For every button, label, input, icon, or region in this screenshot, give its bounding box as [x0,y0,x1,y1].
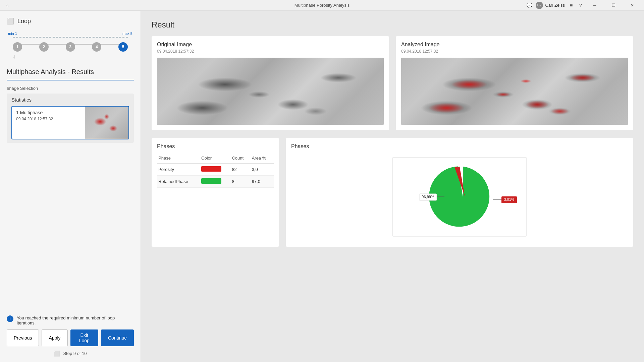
col-header-phase: Phase [157,154,200,164]
step-footer-icon: ⬜ [54,350,60,357]
step-dot-2[interactable]: 2 [39,42,49,52]
step-arrow-icon: ↓ [13,53,16,60]
bottom-row: Phases Phase Color Count Area % Porosity [152,138,633,247]
step-max-label: max 5 [122,32,132,36]
apply-button[interactable]: Apply [42,329,67,346]
original-image-date: 09.04.2018 12:57:32 [157,49,384,54]
image-card-name: 1 Multiphase [16,110,81,115]
minimize-button[interactable]: ─ [587,0,602,11]
phase-name-1: Porosity [157,164,200,176]
image-card[interactable]: 1 Multiphase 09.04.2018 12:57:32 [11,106,129,139]
phases-panel: Phases Phase Color Count Area % Porosity [152,138,279,247]
main-layout: ⬜ Loop min 1 max 5 1 2 3 4 5 [0,11,644,362]
phase-name-2: RetainedPhase [157,176,200,188]
exit-loop-button[interactable]: Exit Loop [70,329,98,346]
step-min-label: min 1 [8,32,17,36]
step-footer-text: Step 9 of 10 [63,351,87,356]
phase-area-2: 97,0 [251,176,274,188]
result-title: Result [152,20,633,29]
titlebar-title: Multiphase Porosity Analysis [294,3,350,8]
info-notice: i You reached the required minimum numbe… [7,310,134,329]
help-icon[interactable]: ? [578,2,584,8]
table-row: RetainedPhase 8 97,0 [157,176,274,188]
step-indicator: min 1 max 5 1 2 3 4 5 ↓ [7,32,134,60]
statistics-title: Statistics [11,97,129,103]
color-swatch-1 [201,166,221,172]
info-icon: i [7,315,13,322]
loop-icon: ⬜ [7,17,14,25]
step-dot-3[interactable]: 3 [66,42,75,52]
image-card-date: 09.04.2018 12:57:32 [16,117,81,121]
info-text: You reached the required minimum number … [17,315,134,325]
image-card-info: 1 Multiphase 09.04.2018 12:57:32 [12,107,85,139]
image-card-thumbnail [85,107,128,139]
step-range-labels: min 1 max 5 [8,32,132,36]
titlebar-right: 💬 CZ Carl Zeiss ≡ ? ─ ❐ ✕ [526,0,640,11]
phase-area-1: 3,0 [251,164,274,176]
step-dot-4[interactable]: 4 [92,42,101,52]
chart-area: 96,99% 3,01% [291,154,628,241]
titlebar: ⌂ Multiphase Porosity Analysis 💬 CZ Carl… [0,0,644,11]
col-header-count: Count [230,154,250,164]
previous-button[interactable]: Previous [7,329,39,346]
image-selection-label: Image Selection [7,86,134,91]
original-image-display [157,58,384,125]
table-row: Porosity 82 3,0 [157,164,274,176]
section-title: Multiphase Analysis - Results [7,68,134,80]
original-image-panel: Original Image 09.04.2018 12:57:32 [152,36,389,130]
red-label-text: 3,01% [504,197,514,201]
chat-icon[interactable]: 💬 [526,2,532,8]
menu-icon[interactable]: ≡ [568,2,574,8]
images-row: Original Image 09.04.2018 12:57:32 Analy… [152,36,633,130]
close-button[interactable]: ✕ [625,0,640,11]
avatar: CZ [536,2,543,9]
color-swatch-2 [201,178,221,184]
phases-table: Phase Color Count Area % Porosity 8 [157,154,274,188]
chart-panel: Phases [286,138,633,247]
home-icon[interactable]: ⌂ [4,2,10,8]
analyzed-image-date: 09.04.2018 12:57:32 [401,49,628,54]
analyzed-image-display [401,58,628,125]
phase-color-2 [200,176,230,188]
restore-button[interactable]: ❐ [606,0,621,11]
green-label-text: 96,99% [422,195,434,199]
loop-header: ⬜ Loop [7,17,134,25]
titlebar-left: ⌂ [4,2,10,8]
pie-chart: 96,99% 3,01% [389,156,530,240]
loop-title: Loop [17,18,31,25]
username: Carl Zeiss [545,3,565,8]
analyzed-image-panel: Analyzed Image 09.04.2018 12:57:32 [396,36,633,130]
step-dot-1[interactable]: 1 [13,42,22,52]
bottom-buttons: Previous Apply Exit Loop Continue [7,329,134,346]
sidebar: ⬜ Loop min 1 max 5 1 2 3 4 5 [0,11,141,362]
col-header-area: Area % [251,154,274,164]
phase-count-1: 82 [230,164,250,176]
continue-button[interactable]: Continue [101,329,134,346]
phases-table-title: Phases [157,143,274,149]
step-footer: ⬜ Step 9 of 10 [7,350,134,357]
analyzed-image-title: Analyzed Image [401,42,628,48]
step-dot-5[interactable]: 5 [118,42,128,52]
phase-color-1 [200,164,230,176]
col-header-color: Color [200,154,230,164]
user-info: CZ Carl Zeiss [536,2,565,9]
original-image-title: Original Image [157,42,384,48]
phase-count-2: 8 [230,176,250,188]
chart-title: Phases [291,143,628,149]
statistics-section: Statistics 1 Multiphase 09.04.2018 12:57… [7,94,134,143]
content-area: Result Original Image 09.04.2018 12:57:3… [141,11,644,362]
